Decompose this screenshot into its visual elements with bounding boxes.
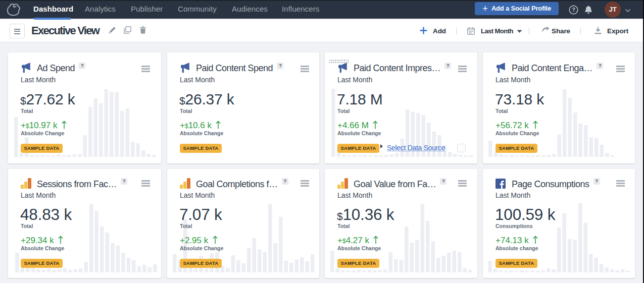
svg-text:?: ? [572,7,575,13]
